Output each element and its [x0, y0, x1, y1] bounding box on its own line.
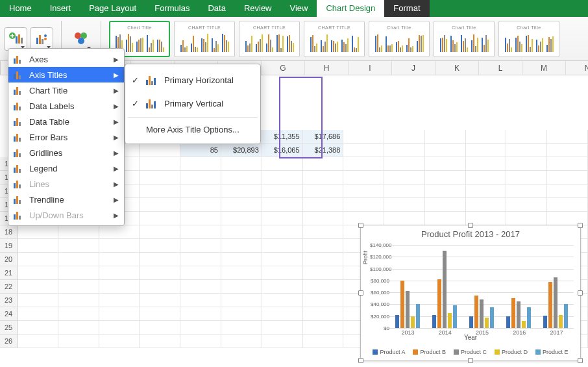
- cell[interactable]: [140, 321, 180, 335]
- cell[interactable]: [140, 253, 180, 266]
- cell[interactable]: [99, 294, 140, 307]
- chart-bar[interactable]: [474, 296, 478, 328]
- tab-chart-design[interactable]: Chart Design: [317, 0, 384, 17]
- cell[interactable]: [303, 335, 344, 348]
- cell[interactable]: [58, 321, 99, 335]
- column-header-I[interactable]: I: [349, 61, 392, 75]
- column-header-L[interactable]: L: [479, 61, 522, 75]
- cell[interactable]: [180, 294, 221, 307]
- cell[interactable]: [221, 171, 262, 184]
- cell[interactable]: [303, 321, 344, 335]
- cell[interactable]: [140, 157, 180, 171]
- menu-item-legend[interactable]: Legend▶: [8, 160, 124, 176]
- cell[interactable]: [262, 266, 303, 280]
- cell[interactable]: [343, 171, 384, 184]
- y-axis-label[interactable]: Profit: [362, 251, 369, 264]
- row-header-25[interactable]: 25: [0, 321, 18, 335]
- cell[interactable]: [140, 280, 180, 294]
- cell[interactable]: [384, 130, 425, 144]
- resize-handle[interactable]: [468, 358, 473, 363]
- tab-page-layout[interactable]: Page Layout: [80, 0, 145, 17]
- chart-style-4[interactable]: CHART TITLE: [304, 21, 365, 57]
- cell[interactable]: [303, 198, 344, 212]
- legend-item[interactable]: Product D: [495, 349, 528, 355]
- cell[interactable]: [140, 266, 180, 280]
- cell[interactable]: $16,065: [262, 144, 303, 157]
- cell[interactable]: $11,355: [262, 130, 303, 144]
- cell[interactable]: [262, 253, 303, 266]
- cell[interactable]: [262, 171, 303, 184]
- chart-bar[interactable]: [527, 307, 531, 328]
- cell[interactable]: [262, 184, 303, 198]
- cell[interactable]: [58, 307, 99, 321]
- menu-item-data-labels[interactable]: Data Labels▶: [8, 98, 124, 114]
- cell[interactable]: [180, 307, 221, 321]
- chart-bar[interactable]: [400, 281, 404, 328]
- cell[interactable]: [506, 144, 547, 157]
- cell[interactable]: [466, 198, 507, 212]
- row-header-18[interactable]: 18: [0, 225, 18, 239]
- row-header-24[interactable]: 24: [0, 307, 18, 321]
- more-axis-title-options[interactable]: More Axis Title Options...: [125, 120, 260, 140]
- plot-area[interactable]: [389, 245, 574, 328]
- chart-bar[interactable]: [543, 316, 547, 328]
- cell[interactable]: [547, 184, 588, 198]
- cell[interactable]: [343, 184, 384, 198]
- cell[interactable]: [506, 198, 547, 212]
- chart-bar[interactable]: [517, 301, 521, 328]
- tab-home[interactable]: Home: [0, 0, 41, 17]
- cell[interactable]: [140, 335, 180, 348]
- column-header-M[interactable]: M: [522, 61, 566, 75]
- cell[interactable]: [140, 198, 180, 212]
- chart-style-3[interactable]: CHART TITLE: [239, 21, 300, 57]
- cell[interactable]: [140, 212, 180, 225]
- cell[interactable]: [58, 239, 99, 253]
- tab-view[interactable]: View: [281, 0, 317, 17]
- menu-item-gridlines[interactable]: Gridlines▶: [8, 145, 124, 160]
- cell[interactable]: [180, 335, 221, 348]
- cell[interactable]: $20,893: [221, 144, 262, 157]
- chart-bar[interactable]: [559, 315, 563, 328]
- cell[interactable]: $17,686: [303, 130, 344, 144]
- row-header-19[interactable]: 19: [0, 239, 18, 253]
- cell[interactable]: [221, 280, 262, 294]
- cell[interactable]: [221, 294, 262, 307]
- tab-insert[interactable]: Insert: [41, 0, 80, 17]
- tab-data[interactable]: Data: [199, 0, 234, 17]
- cell[interactable]: [221, 307, 262, 321]
- tab-formulas[interactable]: Formulas: [145, 0, 199, 17]
- cell[interactable]: [18, 239, 58, 253]
- cell[interactable]: [221, 225, 262, 239]
- cell[interactable]: [180, 225, 221, 239]
- cell[interactable]: [18, 266, 58, 280]
- resize-handle[interactable]: [358, 223, 363, 228]
- primary-vertical-option[interactable]: ✓ Primary Vertical: [125, 92, 260, 115]
- cell[interactable]: 85: [180, 144, 221, 157]
- cell[interactable]: [99, 239, 140, 253]
- cell[interactable]: [425, 198, 466, 212]
- cell[interactable]: [140, 225, 180, 239]
- tab-review[interactable]: Review: [235, 0, 281, 17]
- cell[interactable]: [140, 239, 180, 253]
- chart-bar[interactable]: [453, 305, 457, 328]
- resize-handle[interactable]: [468, 223, 473, 228]
- chart-bar[interactable]: [511, 298, 515, 328]
- cell[interactable]: [99, 335, 140, 348]
- cell[interactable]: [58, 266, 99, 280]
- cell[interactable]: [506, 157, 547, 171]
- cell[interactable]: [140, 184, 180, 198]
- cell[interactable]: [262, 239, 303, 253]
- cell[interactable]: [221, 184, 262, 198]
- chart-bar[interactable]: [416, 304, 420, 328]
- chart-bar[interactable]: [554, 277, 557, 328]
- resize-handle[interactable]: [358, 290, 363, 296]
- cell[interactable]: [140, 144, 180, 157]
- cell[interactable]: [384, 171, 425, 184]
- cell[interactable]: [221, 157, 262, 171]
- column-header-G[interactable]: G: [262, 61, 305, 75]
- cell[interactable]: [303, 253, 344, 266]
- chart-bar[interactable]: [432, 315, 436, 328]
- cell[interactable]: [221, 321, 262, 335]
- resize-handle[interactable]: [578, 358, 583, 363]
- chart-bar[interactable]: [480, 299, 484, 328]
